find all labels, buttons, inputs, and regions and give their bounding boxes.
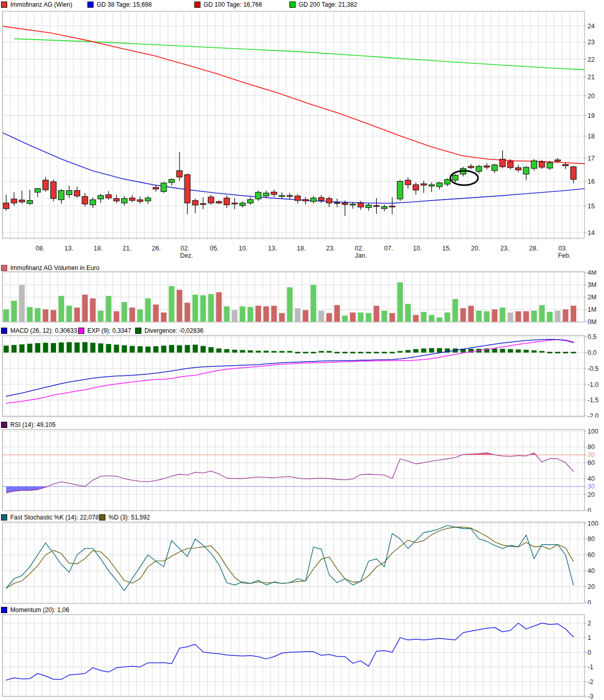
svg-text:22: 22	[588, 56, 595, 63]
svg-text:20.: 20.	[471, 245, 480, 252]
svg-text:-3: -3	[588, 693, 593, 699]
legend-item: GD 100 Tage: 16,766	[194, 1, 262, 8]
svg-text:4M: 4M	[588, 271, 596, 276]
legend-swatch-icon	[194, 2, 200, 8]
vertical-gridlines	[3, 615, 578, 696]
legend-label: Fast Stochastic %K (14): 22,078	[10, 514, 99, 521]
vertical-gridlines	[3, 429, 578, 511]
svg-text:28.: 28.	[529, 245, 538, 252]
svg-text:02.: 02.	[355, 245, 363, 252]
macd-axis-labels: 0,50,0-0,5-1,0-1,5-2,0	[584, 334, 599, 418]
legend-item: EXP (9): 0,3347	[78, 327, 131, 334]
legend-item: MACD (26, 12): 0,30633	[1, 327, 77, 334]
horizontal-gridlines	[3, 431, 584, 494]
svg-text:21.: 21.	[122, 245, 131, 252]
svg-text:Feb.: Feb.	[558, 252, 571, 259]
svg-text:23: 23	[588, 39, 595, 46]
rsi-axis-labels: 1008070604030200	[584, 428, 598, 512]
price-chart-panel: 242322212019181716151408.13.18.21.26.02.…	[0, 10, 604, 260]
svg-text:-1,5: -1,5	[588, 397, 599, 404]
legend-label: GD 38 Tage: 15,698	[97, 1, 152, 8]
legend-label: Immofinanz AG (Wien)	[10, 1, 72, 8]
svg-text:2M: 2M	[588, 294, 596, 301]
svg-text:18.: 18.	[94, 245, 102, 252]
volume-panel: 4M3M2M1M0M	[0, 271, 604, 324]
svg-text:100: 100	[588, 428, 598, 435]
momentum-axis-labels: 210-1-2-3	[584, 620, 593, 699]
svg-text:0M: 0M	[588, 318, 596, 324]
legend-swatch-icon	[289, 2, 296, 8]
svg-text:3M: 3M	[588, 281, 596, 289]
legend-swatch-icon	[99, 514, 105, 520]
legend-item: Divergence: -0,02836	[135, 327, 204, 334]
svg-text:-2: -2	[588, 678, 593, 686]
svg-text:-1,0: -1,0	[588, 381, 599, 388]
date-axis-labels: 08.13.18.21.26.02.Dez.05.10.13.18.23.02.…	[35, 245, 571, 259]
svg-text:20: 20	[588, 93, 595, 100]
svg-text:21: 21	[588, 74, 595, 81]
legend-label: MACD (26, 12): 0,30633	[10, 327, 77, 334]
svg-text:08.: 08.	[35, 245, 44, 252]
legend-label: %D (3): 51,592	[108, 514, 150, 521]
svg-text:26.: 26.	[152, 245, 160, 252]
horizontal-gridlines	[3, 523, 584, 587]
momentum-panel: 210-1-2-3	[0, 614, 604, 699]
price-axis-labels: 2423222120191817161514	[584, 23, 595, 237]
legend-label: Momentum (20): 1,06	[10, 606, 69, 614]
svg-text:17: 17	[588, 155, 595, 162]
svg-text:1M: 1M	[588, 306, 596, 313]
legend-swatch-icon	[87, 2, 94, 8]
legend-swatch-icon	[1, 514, 7, 520]
svg-text:24: 24	[588, 23, 595, 30]
svg-text:14: 14	[588, 229, 595, 237]
legend-label: RSI (14): 49,105	[10, 421, 56, 428]
svg-text:16: 16	[588, 178, 595, 185]
svg-text:19: 19	[588, 112, 595, 119]
svg-text:70: 70	[588, 452, 595, 459]
svg-text:13.: 13.	[268, 245, 277, 252]
svg-text:13.: 13.	[64, 245, 73, 252]
legend-swatch-icon	[1, 2, 7, 8]
svg-text:0,0: 0,0	[588, 349, 596, 356]
svg-text:80: 80	[588, 535, 595, 543]
svg-text:15.: 15.	[442, 245, 451, 252]
legend-label: Divergence: -0,02836	[144, 327, 204, 334]
svg-text:0: 0	[588, 599, 591, 604]
legend-item: RSI (14): 49,105	[1, 421, 56, 428]
svg-text:80: 80	[588, 443, 595, 451]
svg-text:100: 100	[588, 521, 598, 527]
svg-text:23.: 23.	[326, 245, 335, 252]
vertical-gridlines	[3, 335, 578, 417]
svg-text:40: 40	[588, 475, 595, 482]
legend-item: Fast Stochastic %K (14): 22,078	[1, 514, 99, 521]
svg-text:Jan.: Jan.	[355, 252, 367, 259]
legend-item: GD 38 Tage: 15,698	[87, 1, 152, 8]
svg-text:0,5: 0,5	[588, 334, 596, 340]
stock-chart-page: Immofinanz AG (Wien)GD 38 Tage: 15,698GD…	[0, 0, 604, 700]
momentum-line	[6, 623, 574, 680]
svg-text:-1: -1	[588, 663, 593, 671]
stochastic-axis-labels: 100806040200	[584, 521, 598, 604]
legend-swatch-icon	[78, 328, 84, 334]
rsi-panel: 1008070604030200	[0, 428, 604, 512]
horizontal-gridlines	[3, 623, 584, 696]
svg-text:23.: 23.	[500, 245, 509, 252]
svg-text:0: 0	[588, 649, 591, 656]
legend-item: Immofinanz AG (Wien)	[1, 1, 72, 8]
rsi-line	[6, 453, 574, 493]
svg-text:20: 20	[588, 583, 595, 590]
svg-text:03.: 03.	[558, 245, 567, 252]
svg-text:-0,5: -0,5	[588, 365, 599, 372]
svg-text:18.: 18.	[297, 245, 305, 252]
legend-swatch-icon	[1, 422, 7, 428]
svg-text:10.: 10.	[413, 245, 422, 252]
legend-swatch-icon	[1, 328, 7, 334]
legend-item: GD 200 Tage: 21,382	[289, 1, 357, 8]
svg-text:30: 30	[588, 483, 595, 490]
stochastic-panel: 100806040200	[0, 521, 604, 604]
legend-label: GD 100 Tage: 16,766	[204, 1, 262, 8]
svg-text:60: 60	[588, 551, 595, 559]
svg-text:-2,0: -2,0	[588, 412, 599, 418]
volume-axis-labels: 4M3M2M1M0M	[584, 271, 596, 324]
svg-text:20: 20	[588, 491, 595, 498]
